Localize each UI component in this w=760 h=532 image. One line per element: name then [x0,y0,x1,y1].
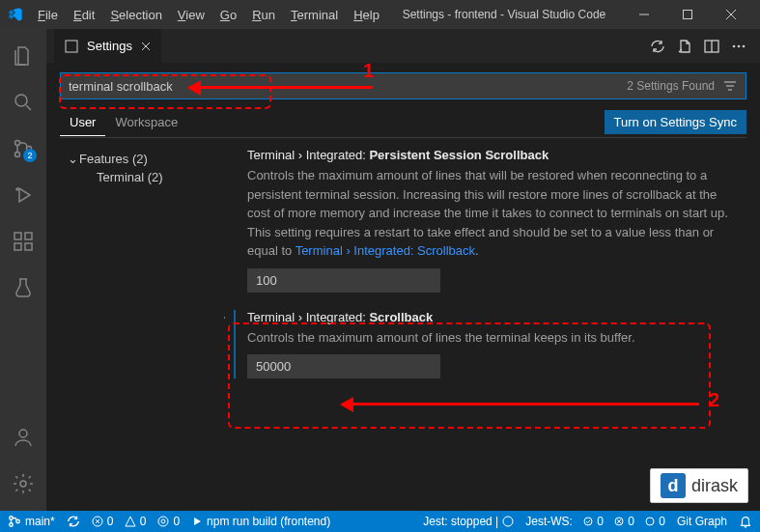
split-editor-icon[interactable] [704,39,719,54]
input-scrollback[interactable] [247,354,440,378]
source-control-badge: 2 [23,149,37,162]
status-git-graph[interactable]: Git Graph [677,515,727,528]
filter-icon[interactable] [722,78,738,94]
svg-point-1 [15,95,27,106]
explorer-icon[interactable] [0,37,46,75]
svg-point-19 [10,523,14,527]
minimize-button[interactable] [622,0,665,29]
tab-settings[interactable]: Settings [54,29,161,63]
status-branch[interactable]: main* [8,515,55,528]
activity-bar: 2 [0,29,46,511]
svg-point-27 [646,518,654,525]
link-scrollback[interactable]: Terminal › Integrated: Scrollback [296,243,475,258]
refresh-icon[interactable] [650,39,665,54]
scope-workspace[interactable]: Workspace [105,109,187,135]
svg-point-14 [733,44,736,47]
search-icon[interactable] [0,83,46,122]
settings-search[interactable]: 2 Settings Found [60,72,746,99]
extensions-icon[interactable] [0,222,46,261]
menu-go[interactable]: Go [213,4,243,26]
status-jest-ws[interactable]: Jest-WS: 0 0 0 [525,515,665,528]
more-actions-icon[interactable] [731,39,746,54]
toc-features[interactable]: ⌄Features (2) [60,150,224,168]
status-problems[interactable]: 0 0 [92,515,147,528]
svg-point-15 [738,44,741,47]
editor-area: Settings 2 Settings Found User Workspace… [46,29,760,511]
chevron-down-icon: ⌄ [68,152,79,166]
svg-point-2 [15,141,20,146]
accounts-icon[interactable] [0,418,46,457]
setting-persistent-session-scrollback: Terminal › Integrated: Persistent Sessio… [234,148,743,293]
menu-view[interactable]: View [171,4,211,26]
open-json-icon[interactable] [677,39,692,54]
svg-rect-8 [25,243,32,250]
app-menu: File Edit Selection View Go Run Terminal… [31,4,386,26]
menu-selection[interactable]: Selection [103,4,168,26]
window-controls [622,0,752,29]
settings-list: Terminal › Integrated: Persistent Sessio… [224,148,746,511]
settings-search-input[interactable] [69,79,627,94]
setting-scrollback: Terminal › Integrated: Scrollback Contro… [234,310,743,379]
editor-actions [650,39,752,54]
testing-icon[interactable] [0,268,46,307]
tab-label: Settings [87,39,132,53]
svg-point-16 [743,44,746,47]
status-jest[interactable]: Jest: stopped | [423,515,514,528]
close-button[interactable] [709,0,752,29]
svg-rect-9 [25,233,32,239]
svg-rect-0 [683,11,691,19]
settings-toc: ⌄Features (2) Terminal (2) [60,148,224,511]
tab-bar: Settings [46,29,760,63]
svg-rect-7 [14,243,21,250]
svg-point-5 [16,188,18,190]
manage-gear-icon[interactable] [0,464,46,503]
run-debug-icon[interactable] [0,176,46,214]
dirask-watermark: d dirask [650,468,748,503]
settings-tab-icon [64,39,79,54]
menu-help[interactable]: Help [347,4,386,26]
modified-indicator [234,310,236,379]
menu-terminal[interactable]: Terminal [284,4,345,26]
status-ports[interactable]: 0 [157,515,180,528]
status-task[interactable]: npm run build (frontend) [191,515,330,528]
vscode-logo-icon [8,7,23,22]
window-title: Settings - frontend - Visual Studio Code [386,8,622,21]
setting-gear-icon[interactable] [224,310,226,325]
source-control-icon[interactable]: 2 [0,129,46,168]
toc-terminal[interactable]: Terminal (2) [60,168,224,186]
svg-point-10 [19,430,27,437]
svg-point-3 [15,153,20,157]
titlebar: File Edit Selection View Go Run Terminal… [0,0,760,29]
input-persistent-scrollback[interactable] [247,268,440,293]
svg-point-25 [584,518,592,525]
svg-point-24 [503,517,513,526]
search-results-count: 2 Settings Found [627,79,715,93]
dirask-logo-icon: d [661,473,686,498]
svg-point-22 [161,519,165,523]
tab-close-icon[interactable] [140,41,152,52]
status-bar: main* 0 0 0 npm run build (frontend) Jes… [0,511,760,532]
svg-point-11 [20,481,26,487]
scope-user[interactable]: User [60,109,105,136]
svg-rect-12 [66,41,77,52]
svg-point-20 [16,519,20,523]
menu-file[interactable]: File [31,4,65,26]
menu-run[interactable]: Run [245,4,282,26]
svg-point-18 [10,517,14,520]
scope-bar: User Workspace Turn on Settings Sync [60,107,746,138]
settings-sync-button[interactable]: Turn on Settings Sync [605,110,746,134]
svg-point-23 [158,517,168,526]
maximize-button[interactable] [665,0,709,29]
status-bell-icon[interactable] [739,515,752,528]
status-sync[interactable] [67,515,80,528]
svg-rect-6 [14,233,21,239]
menu-edit[interactable]: Edit [67,4,101,26]
